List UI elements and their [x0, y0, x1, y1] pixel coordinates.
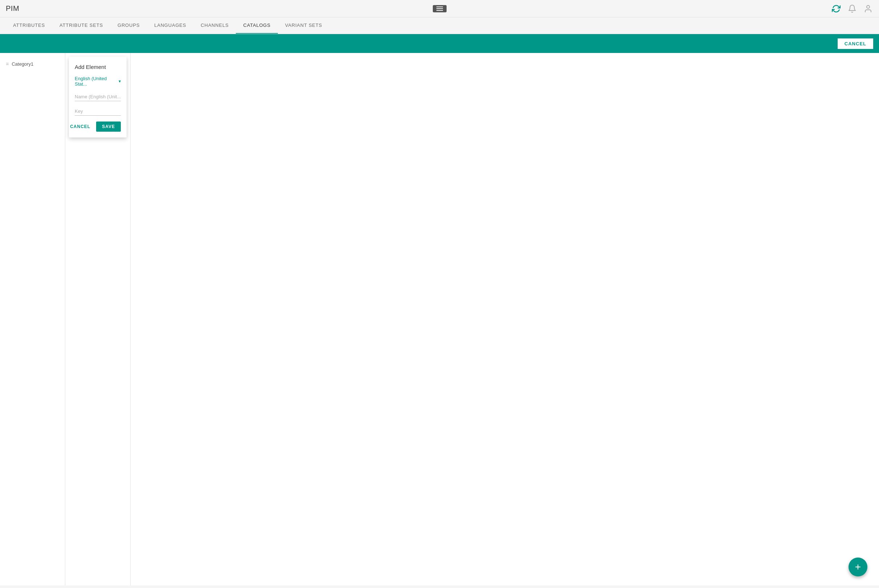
top-bar-center — [433, 5, 447, 12]
popup-actions: CANCEL SAVE — [75, 122, 121, 132]
nav-tabs: ATTRIBUTES ATTRIBUTE SETS GROUPS LANGUAG… — [0, 17, 879, 34]
app-title: PIM — [6, 4, 19, 13]
avatar-icon[interactable] — [863, 4, 873, 14]
tab-variant-sets[interactable]: VARIANT SETS — [278, 17, 329, 34]
tab-languages[interactable]: LANGUAGES — [147, 17, 194, 34]
top-bar: PIM — [0, 0, 879, 17]
sidebar-item-category1[interactable]: ≡ Category1 — [0, 57, 65, 70]
key-field — [75, 107, 121, 116]
action-bar: CANCEL — [0, 34, 879, 53]
chevron-down-icon: ▾ — [118, 79, 121, 84]
language-dropdown[interactable]: English (United Stat... ▾ — [75, 76, 121, 87]
action-bar-cancel-button[interactable]: CANCEL — [838, 39, 873, 49]
drag-icon: ≡ — [6, 61, 9, 67]
popup-save-button[interactable]: SAVE — [96, 122, 121, 132]
refresh-icon[interactable] — [831, 4, 841, 14]
tab-channels[interactable]: CHANNELS — [194, 17, 236, 34]
key-input[interactable] — [75, 107, 121, 116]
name-field — [75, 93, 121, 101]
add-element-popup: Add Element English (United Stat... ▾ CA… — [69, 57, 127, 138]
right-panel — [130, 53, 879, 585]
name-input[interactable] — [75, 93, 121, 101]
bell-icon[interactable] — [847, 4, 857, 14]
svg-point-0 — [867, 6, 870, 8]
popup-cancel-button[interactable]: CANCEL — [67, 122, 93, 131]
sidebar: ≡ Category1 — [0, 53, 65, 585]
tab-attribute-sets[interactable]: ATTRIBUTE SETS — [52, 17, 110, 34]
hamburger-button[interactable] — [433, 5, 447, 12]
tab-attributes[interactable]: ATTRIBUTES — [6, 17, 52, 34]
language-label: English (United Stat... — [75, 76, 117, 87]
middle-panel: Add Element English (United Stat... ▾ CA… — [65, 53, 130, 585]
fab-add-button[interactable]: + — [849, 558, 867, 576]
tab-catalogs[interactable]: CATALOGS — [236, 17, 278, 34]
main-content: ≡ Category1 Add Element English (United … — [0, 53, 879, 585]
sidebar-item-label: Category1 — [12, 61, 33, 67]
top-bar-right — [831, 4, 873, 14]
popup-title: Add Element — [75, 64, 121, 70]
tab-groups[interactable]: GROUPS — [110, 17, 147, 34]
